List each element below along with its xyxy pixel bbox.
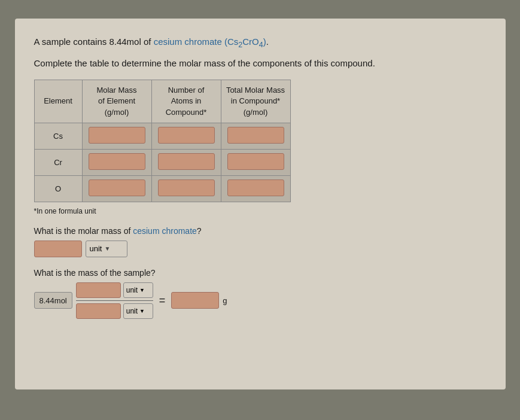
molar-mass-question: What is the molar mass of cesium chromat… [34,226,486,236]
table-row: O [34,175,290,202]
cesium-chromate-link: cesium chromate [133,226,197,236]
chevron-down-icon: ▼ [104,245,110,252]
sample-mass-question: What is the mass of the sample? [34,268,486,278]
frac-numerator-row: unit ▼ [76,282,153,298]
input-cs-total[interactable] [227,127,284,144]
cell-cs-num-atoms[interactable] [151,123,221,149]
input-o-total[interactable] [227,179,284,196]
input-cs-num-atoms[interactable] [158,127,215,144]
chevron-down-icon: ▼ [139,308,145,314]
cell-o-total[interactable] [221,175,290,202]
g-label: g [223,296,227,305]
formula-unit-link[interactable]: formula unit [59,207,96,215]
molar-mass-value-input[interactable] [34,241,82,257]
table-row: Cs [34,123,290,149]
frac-numerator-input[interactable] [76,282,121,298]
cell-cr-total[interactable] [221,149,290,175]
chevron-down-icon: ▼ [139,287,145,293]
cell-cr-molar-mass[interactable] [82,149,151,175]
problem-statement: A sample contains 8.44mol of cesium chro… [34,35,486,51]
unit-select[interactable]: unit ▼ [86,241,127,257]
col-header-total-molar: Total Molar Massin Compound*(g/mol) [221,80,290,123]
molar-mass-answer-row: unit ▼ [34,241,486,257]
mol-label: 8.44mol [34,292,72,309]
footnote: *In one formula unit [34,207,486,215]
cell-o-molar-mass[interactable] [82,175,151,202]
cell-o-num-atoms[interactable] [151,175,221,202]
cell-cr-num-atoms[interactable] [151,149,221,175]
input-cr-num-atoms[interactable] [158,153,215,170]
main-card: A sample contains 8.44mol of cesium chro… [15,19,506,389]
instruction-text: Complete the table to determine the mola… [34,57,486,71]
frac-select-label-bottom: unit [126,307,138,315]
fraction-inputs: unit ▼ unit ▼ [76,282,153,319]
result-input[interactable] [171,292,219,309]
input-cs-molar-mass[interactable] [89,127,145,144]
input-o-molar-mass[interactable] [89,179,145,196]
element-cr: Cr [34,149,82,175]
unit-select-label: unit [90,244,102,253]
input-cr-molar-mass[interactable] [89,153,145,170]
element-o: O [34,175,82,202]
molar-mass-table-container: Element Molar Massof Element(g/mol) Numb… [34,80,486,202]
col-header-num-atoms: Number ofAtoms inCompound* [151,80,221,123]
element-cs: Cs [34,123,82,149]
input-o-num-atoms[interactable] [158,179,215,196]
frac-denominator-row: unit ▼ [76,303,153,319]
table-row: Cr [34,149,290,175]
compound-name-link: cesium chromate (Cs2CrO4) [154,36,266,47]
col-header-element: Element [34,80,82,123]
cell-cs-total[interactable] [221,123,290,149]
sample-mass-calculation-row: 8.44mol unit ▼ unit ▼ = g [34,282,486,319]
frac-denominator-input[interactable] [76,303,121,319]
input-cr-total[interactable] [227,153,284,170]
equals-sign: = [159,294,166,307]
molar-mass-table: Element Molar Massof Element(g/mol) Numb… [34,80,291,202]
cell-cs-molar-mass[interactable] [82,123,151,149]
frac-denominator-select[interactable]: unit ▼ [123,303,153,319]
frac-numerator-select[interactable]: unit ▼ [123,282,153,298]
frac-select-label-top: unit [126,286,138,294]
col-header-molar-mass: Molar Massof Element(g/mol) [82,80,151,123]
footnote-star: *In one [34,207,59,215]
